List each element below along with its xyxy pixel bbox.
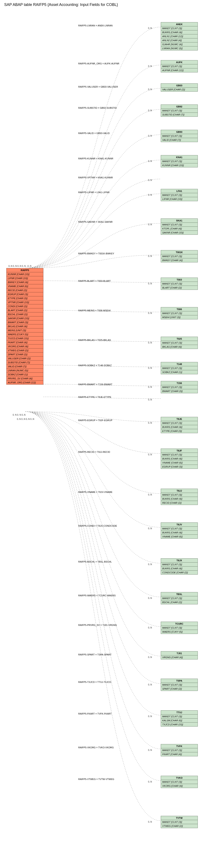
field-row: CONDI [CHAR (2)] [6,304,43,308]
entity-raifp5: RAIFP5 KUNNR [CHAR (10)]LIFNR [CHAR (10)… [6,268,43,384]
field-row: TXJCD [CHAR (15)] [161,722,198,726]
entity-t006: T006MANDT [CLNT (3)]MSEHI [UNIT (3)] [161,307,198,319]
field-row: AUFNR [CHAR (12)] [161,68,198,72]
field-row: MANDT [CLNT (3)] [161,311,198,315]
entity-t8jv: T8JVMANDT [CLNT (3)]BUKRS [CHAR (4)]VNAM… [161,522,198,539]
entity-header: T8JF [161,448,198,453]
edge-label: RAIFP5-BWART = T156-BWART [78,383,112,386]
entity-header: TVTW [161,816,198,820]
field-row: BUKRS [CHAR (4)] [161,531,198,535]
field-row: WAERS [CUKY (5)] [161,630,198,634]
field-row: RECID [CHAR (2)] [161,501,198,505]
field-row: MANDT [CLNT (3)] [161,527,198,531]
entity-header: LFA1 [161,189,198,193]
edge-label: RAIFP5-WAERS = TCURC-WAERS [78,594,116,597]
field-row: MANDT [CLNT (3)] [161,109,198,113]
entity-header: TVFK [161,744,198,748]
field-row: SUBSTID [CHAR (7)] [161,113,198,117]
entity-t8jf: T8JFMANDT [CLNT (3)]BUKRS [CHAR (4)]VNAM… [161,448,198,469]
field-row: MANDT [CLNT (3)] [161,366,198,370]
field-row: WAERS [CUKY (5)] [6,333,43,337]
field-row: FKART [CHAR (4)] [161,752,198,756]
entity-header: T8JV [161,522,198,527]
cardinality-labels-bottom-2: 0..N 0..N 0..N 0..N [17,418,34,420]
field-row: MANDT [CLNT (3)] [161,282,198,286]
entity-t8jj: T8JJMANDT [CLNT (3)]BUKRS [CHAR (4)]RECI… [161,489,198,505]
entity-t8jx: T8JXMANDT [CLNT (3)]BUKRS [CHAR (4)]COND… [161,558,198,575]
field-row: BKLAS [CHAR (4)] [6,324,43,329]
edge-label: RAIFP5-SUBSTID = GB92-SUBSTID [78,106,117,109]
cardinality-label: 0..N [148,179,152,181]
field-row: MANDT [CLNT (3)] [161,748,198,752]
entity-header: TJ01 [161,651,198,655]
entity-kna1: KNA1MANDT [CLNT (3)]KUNNR [CHAR (10)] [161,155,198,167]
field-row: SPART [CHAR (2)] [161,687,198,691]
field-row: BWKEY [CHAR (4)] [6,280,43,284]
edge-label: RAIFP5-VKORG = TVKO-VKORG [78,746,114,749]
entity-t8je: T8JEMANDT [CLNT (3)]BUKRS [CHAR (4)]ETYP… [161,417,198,433]
cardinality-label: 0..N [148,454,152,456]
field-row: MANDT [CLNT (3)] [161,683,198,687]
field-row: ETYPE [CHAR (3)] [161,429,198,433]
field-row: EGRUP [CHAR (3)] [161,465,198,469]
entity-tvko: TVKOMANDT [CLNT (3)]VKORG [CHAR (4)] [161,776,198,788]
edge-label: RAIFP5-VALUSER = GB03-VALUSER [78,86,118,88]
entity-gb03: GB03VALUSER [CHAR (2)] [161,83,198,92]
field-row: MANDT [CLNT (3)] [161,134,198,138]
field-row: SOBKZ [CHAR (1)] [6,373,43,377]
field-row: SPART [CHAR (2)] [6,352,43,356]
edge-label: RAIFP5-VNAME = T8JV-VNAME [78,491,112,493]
edge-label: RAIFP5-SPART = TSPA-SPART [78,653,111,656]
field-row: TXJCD [CHAR (15)] [6,337,43,340]
field-row: LNRAN [NUMC (5)] [161,46,198,51]
field-row: MANDT [CLNT (3)] [161,453,198,457]
field-row: VALUSER [CHAR (2)] [161,88,198,92]
field-row: ANLN1 [CHAR (12)] [161,34,198,38]
entity-header: T003 [161,278,198,282]
cardinality-label: 0..N [148,749,152,751]
entity-header: T8JX [161,558,198,563]
field-row: MANDT [CLNT (3)] [161,715,198,718]
field-row: MSEHI [UNIT (3)] [161,315,198,319]
entity-header: RAIFP5 [6,268,43,272]
cardinality-label: 0..N [148,626,152,629]
field-row: VNAME [CHAR (6)] [6,284,43,288]
cardinality-label: 0..N [148,683,152,686]
field-row: MANDT [CLNT (3)] [161,820,198,824]
field-row: BWKEY [CHAR (4)] [161,258,198,262]
entity-header: T8JE [161,417,198,421]
edge-label: RAIFP5-MEINS = T006-MSEHI [78,309,111,312]
cardinality-label: 0..N [148,223,152,226]
field-row: SOBKZ [CHAR (1)] [161,370,198,374]
cardinality-label: 0..N [148,563,152,565]
entity-header: TBSL [161,592,198,596]
cardinality-label: 0..N [148,399,152,401]
edge-label: RAIFP5-LNRAN = ANEK-LNRAN [78,24,112,27]
entity-t001k: T001KMANDT [CLNT (3)]BWKEY [CHAR (4)] [161,250,198,262]
cardinality-label: 0..N [148,160,152,162]
entity-tj01: TJ01VRGNG [CHAR (4)] [161,651,198,659]
cardinality-label: 0..N [148,27,152,29]
entity-t025: T025MANDT [CLNT (3)]BKLAS [CHAR (4)] [161,337,198,349]
field-row: EGRUP [CHAR (3)] [6,292,43,297]
entity-tvtw: TVTWMANDT [CLNT (3)]VTWEG [CHAR (2)] [161,816,198,828]
entity-header: TCURC [161,622,198,626]
field-row: MANDT [CLNT (3)] [161,563,198,566]
cardinality-labels-top: 0..N 0..N 0..N 0..N ..0..N [8,265,31,267]
edge-label: RAIFP5-KUNNR = KNA1-KUNNR [78,157,113,160]
field-row: MANDT [CLNT (3)] [161,626,198,630]
edge-label: RAIFP5-BLART = T003-BLART [78,280,111,282]
entity-ska1: SKA1MANDT [CLNT (3)]KTOPL [CHAR (4)]SAKN… [161,218,198,235]
field-row: LIFNR [CHAR (10)] [161,197,198,201]
field-row: RECID [CHAR (2)] [6,288,43,292]
field-row: BUKRS [CHAR (4)] [161,457,198,461]
edge-label: RAIFP5-BWKEY = T001K-BWKEY [78,252,114,255]
field-row: VALUSER [CHAR (2)] [6,356,43,361]
field-row: VALID [CHAR (7)] [6,365,43,369]
field-row: BLART [CHAR (2)] [6,308,43,312]
field-row: MANDT [CLNT (3)] [161,193,198,197]
cardinality-label: 0..N [148,715,152,717]
field-row: MANDT [CLNT (3)] [161,254,198,258]
field-row: FKART [CHAR (4)] [6,340,43,344]
cardinality-label: 0..N [148,367,152,369]
